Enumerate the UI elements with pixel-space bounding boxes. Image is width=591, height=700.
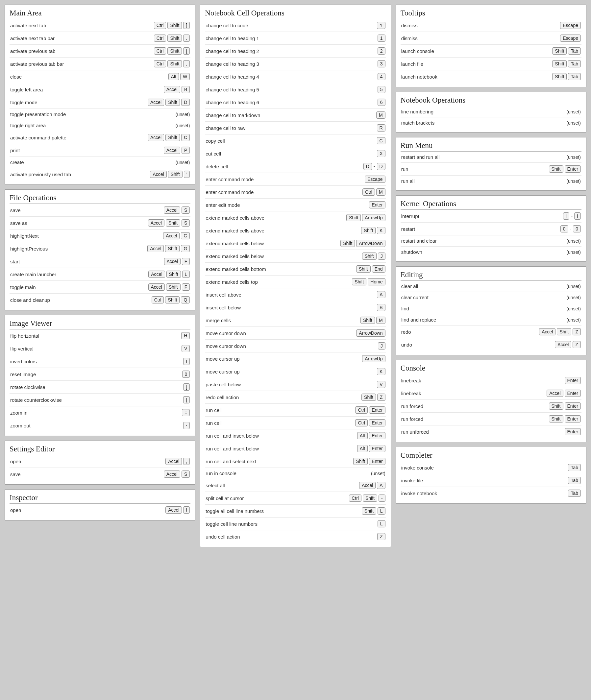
shortcut-row-change-cell-to-code[interactable]: change cell to codeY <box>205 19 386 32</box>
shortcut-row-run-cell[interactable]: run cellCtrlEnter <box>205 417 386 429</box>
shortcut-row-cut-cell[interactable]: cut cellX <box>205 147 386 160</box>
shortcut-row-invoke-file[interactable]: invoke fileTab <box>401 474 582 487</box>
shortcut-row-extend-marked-cells-above[interactable]: extend marked cells aboveShiftK <box>205 224 386 237</box>
shortcut-row-restart[interactable]: restart0-0 <box>401 223 582 235</box>
shortcut-row-run-in-console[interactable]: run in console(unset) <box>205 468 386 479</box>
shortcut-row-change-cell-to-heading-6[interactable]: change cell to heading 66 <box>205 96 386 109</box>
shortcut-row-match-brackets[interactable]: match brackets(unset) <box>401 117 582 128</box>
shortcut-row-activate-command-palette[interactable]: activate command paletteAccelShiftC <box>9 131 190 144</box>
shortcut-row-change-cell-to-raw[interactable]: change cell to rawR <box>205 122 386 135</box>
shortcut-row-extend-marked-cells-below[interactable]: extend marked cells belowShiftJ <box>205 250 386 263</box>
shortcut-row-save-as[interactable]: save asAccelShiftS <box>9 217 190 229</box>
shortcut-row-activate-previously-used-tab[interactable]: activate previously used tabAccelShift' <box>9 168 190 181</box>
shortcut-row-enter-command-mode[interactable]: enter command modeCtrlM <box>205 186 386 199</box>
shortcut-row-activate-previous-tab[interactable]: activate previous tabCtrlShift[ <box>9 45 190 58</box>
shortcut-row-highlightprevious[interactable]: highlightPreviousAccelShiftG <box>9 242 190 255</box>
shortcut-row-find[interactable]: find(unset) <box>401 303 582 314</box>
shortcut-row-print[interactable]: printAccelP <box>9 144 190 157</box>
shortcut-row-shutdown[interactable]: shutdown(unset) <box>401 247 582 258</box>
shortcut-row-run-cell[interactable]: run cellCtrlEnter <box>205 404 386 417</box>
shortcut-row-toggle-right-area[interactable]: toggle right area(unset) <box>9 120 190 131</box>
shortcut-row-line-numbering[interactable]: line numbering(unset) <box>401 106 582 117</box>
shortcut-row-open[interactable]: openAccelI <box>9 504 190 516</box>
shortcut-row-dismiss[interactable]: dismissEscape <box>401 19 582 32</box>
shortcut-row-delete-cell[interactable]: delete cellD-D <box>205 160 386 173</box>
shortcut-row-redo[interactable]: redoAccelShiftZ <box>401 326 582 338</box>
shortcut-row-flip-horizontal[interactable]: flip horizontalH <box>9 330 190 342</box>
shortcut-row-close[interactable]: closeAltW <box>9 70 190 83</box>
shortcut-row-change-cell-to-heading-4[interactable]: change cell to heading 44 <box>205 70 386 83</box>
shortcut-row-launch-file[interactable]: launch fileShiftTab <box>401 58 582 70</box>
shortcut-row-toggle-mode[interactable]: toggle modeAccelShiftD <box>9 96 190 109</box>
shortcut-row-create-main-launcher[interactable]: create main launcherAccelShiftL <box>9 268 190 281</box>
shortcut-row-enter-edit-mode[interactable]: enter edit modeEnter <box>205 199 386 211</box>
shortcut-row-toggle-main[interactable]: toggle mainAccelShiftF <box>9 281 190 294</box>
shortcut-row-split-cell-at-cursor[interactable]: split cell at cursorCtrlShift- <box>205 492 386 505</box>
shortcut-row-paste-cell-below[interactable]: paste cell belowV <box>205 378 386 391</box>
shortcut-row-save[interactable]: saveAccelS <box>9 204 190 217</box>
shortcut-row-extend-marked-cells-top[interactable]: extend marked cells topShiftHome <box>205 276 386 288</box>
shortcut-row-clear-all[interactable]: clear all(unset) <box>401 281 582 292</box>
shortcut-row-undo-cell-action[interactable]: undo cell actionZ <box>205 530 386 543</box>
shortcut-row-toggle-cell-line-numbers[interactable]: toggle cell line numbersL <box>205 517 386 530</box>
shortcut-row-run-cell-and-insert-below[interactable]: run cell and insert belowAltEnter <box>205 429 386 442</box>
shortcut-row-move-cursor-up[interactable]: move cursor upArrowUp <box>205 352 386 365</box>
shortcut-row-linebreak[interactable]: linebreakAccelEnter <box>401 387 582 400</box>
shortcut-row-change-cell-to-markdown[interactable]: change cell to markdownM <box>205 109 386 122</box>
shortcut-row-extend-marked-cells-below[interactable]: extend marked cells belowShiftArrowDown <box>205 237 386 250</box>
shortcut-row-move-cursor-down[interactable]: move cursor downArrowDown <box>205 327 386 340</box>
shortcut-row-run-forced[interactable]: run forcedShiftEnter <box>401 413 582 425</box>
shortcut-row-invoke-notebook[interactable]: invoke notebookTab <box>401 487 582 499</box>
shortcut-row-flip-vertical[interactable]: flip verticalV <box>9 342 190 355</box>
shortcut-row-toggle-left-area[interactable]: toggle left areaAccelB <box>9 83 190 96</box>
shortcut-row-change-cell-to-heading-5[interactable]: change cell to heading 55 <box>205 83 386 96</box>
shortcut-row-interrupt[interactable]: interruptI-I <box>401 210 582 223</box>
shortcut-row-run-forced[interactable]: run forcedShiftEnter <box>401 400 582 413</box>
shortcut-row-toggle-all-cell-line-numbers[interactable]: toggle all cell line numbersShiftL <box>205 505 386 517</box>
shortcut-row-change-cell-to-heading-2[interactable]: change cell to heading 22 <box>205 45 386 58</box>
shortcut-row-extend-marked-cells-bottom[interactable]: extend marked cells bottomShiftEnd <box>205 263 386 276</box>
shortcut-row-extend-marked-cells-above[interactable]: extend marked cells aboveShiftArrowUp <box>205 211 386 224</box>
shortcut-row-run-cell-and-select-next[interactable]: run cell and select nextShiftEnter <box>205 455 386 468</box>
shortcut-row-run-unforced[interactable]: run unforcedEnter <box>401 425 582 438</box>
shortcut-row-invoke-console[interactable]: invoke consoleTab <box>401 461 582 474</box>
shortcut-row-activate-next-tab-bar[interactable]: activate next tab barCtrlShift. <box>9 32 190 45</box>
shortcut-row-activate-next-tab[interactable]: activate next tabCtrlShift] <box>9 19 190 32</box>
shortcut-row-redo-cell-action[interactable]: redo cell actionShiftZ <box>205 391 386 404</box>
shortcut-row-zoom-in[interactable]: zoom in= <box>9 406 190 419</box>
shortcut-row-move-cursor-up[interactable]: move cursor upK <box>205 365 386 378</box>
shortcut-row-clear-current[interactable]: clear current(unset) <box>401 292 582 303</box>
shortcut-row-close-and-cleanup[interactable]: close and cleanupCtrlShiftQ <box>9 294 190 306</box>
shortcut-row-launch-notebook[interactable]: launch notebookShiftTab <box>401 70 582 83</box>
shortcut-row-merge-cells[interactable]: merge cellsShiftM <box>205 314 386 327</box>
shortcut-row-undo[interactable]: undoAccelZ <box>401 338 582 351</box>
shortcut-row-save[interactable]: saveAccelS <box>9 468 190 480</box>
shortcut-row-move-cursor-down[interactable]: move cursor downJ <box>205 340 386 352</box>
shortcut-row-zoom-out[interactable]: zoom out- <box>9 419 190 432</box>
shortcut-row-select-all[interactable]: select allAccelA <box>205 479 386 492</box>
shortcut-row-copy-cell[interactable]: copy cellC <box>205 135 386 147</box>
shortcut-row-highlightnext[interactable]: highlightNextAccelG <box>9 229 190 242</box>
shortcut-row-invert-colors[interactable]: invert colorsI <box>9 355 190 368</box>
shortcut-row-find-and-replace[interactable]: find and replace(unset) <box>401 314 582 326</box>
shortcut-row-rotate-clockwise[interactable]: rotate clockwise] <box>9 381 190 394</box>
shortcut-row-create[interactable]: create(unset) <box>9 157 190 168</box>
shortcut-row-change-cell-to-heading-3[interactable]: change cell to heading 33 <box>205 58 386 70</box>
shortcut-row-insert-cell-above[interactable]: insert cell aboveA <box>205 288 386 301</box>
shortcut-row-linebreak[interactable]: linebreakEnter <box>401 374 582 387</box>
shortcut-row-insert-cell-below[interactable]: insert cell belowB <box>205 301 386 314</box>
shortcut-row-restart-and-clear[interactable]: restart and clear(unset) <box>401 235 582 247</box>
shortcut-row-run-cell-and-insert-below[interactable]: run cell and insert belowAltEnter <box>205 442 386 455</box>
shortcut-row-start[interactable]: startAccelF <box>9 255 190 268</box>
shortcut-row-activate-previous-tab-bar[interactable]: activate previous tab barCtrlShift, <box>9 58 190 70</box>
shortcut-row-launch-console[interactable]: launch consoleShiftTab <box>401 45 582 58</box>
shortcut-row-open[interactable]: openAccel, <box>9 455 190 468</box>
shortcut-row-enter-command-mode[interactable]: enter command modeEscape <box>205 173 386 186</box>
shortcut-row-run-all[interactable]: run all(unset) <box>401 176 582 187</box>
shortcut-row-toggle-presentation-mode[interactable]: toggle presentation mode(unset) <box>9 109 190 120</box>
shortcut-row-run[interactable]: runShiftEnter <box>401 163 582 176</box>
shortcut-row-change-cell-to-heading-1[interactable]: change cell to heading 11 <box>205 32 386 45</box>
shortcut-row-restart-and-run-all[interactable]: restart and run all(unset) <box>401 152 582 163</box>
shortcut-row-rotate-counterclockwise[interactable]: rotate counterclockwise[ <box>9 394 190 406</box>
shortcut-row-dismiss[interactable]: dismissEscape <box>401 32 582 45</box>
